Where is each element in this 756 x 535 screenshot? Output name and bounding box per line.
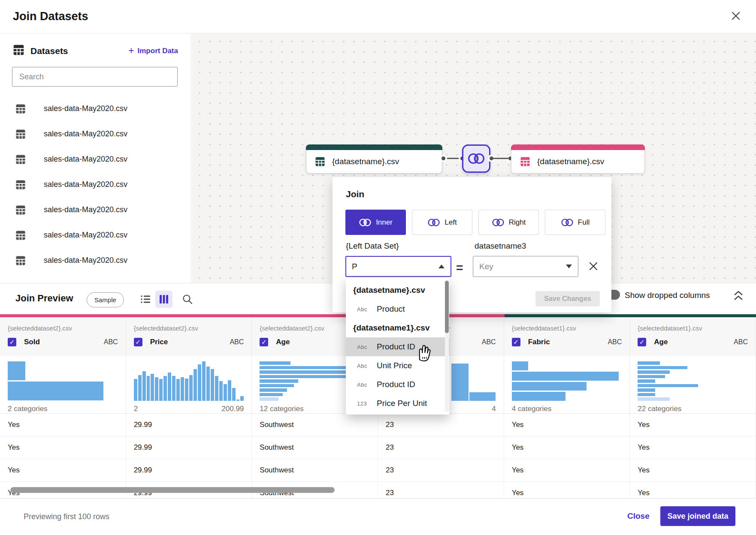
collapse-preview-icon[interactable]	[733, 289, 744, 304]
histogram-bar	[260, 393, 283, 397]
column-name: Age	[276, 338, 290, 346]
join-config-node[interactable]	[462, 144, 490, 173]
histogram-bar	[181, 377, 184, 401]
histogram-bar	[260, 384, 294, 388]
sample-badge: Sample	[87, 292, 124, 307]
histogram-caption-right: 4	[492, 405, 496, 413]
table-icon	[15, 180, 26, 190]
dataset-name: sales-data-May2020.csv	[44, 180, 127, 189]
column-checkbox[interactable]: ✓	[134, 338, 142, 346]
table-icon	[15, 129, 26, 139]
column-checkbox[interactable]: ✓	[638, 338, 646, 346]
column-dataset-label: {selecteddataset1}.csv	[512, 325, 622, 332]
histogram-bar	[176, 379, 180, 401]
venn-icon	[492, 218, 505, 227]
dropdown-group-header: {datasetname}.csv	[346, 281, 449, 300]
histogram-bar	[211, 369, 214, 401]
close-button[interactable]: Close	[627, 511, 650, 521]
column-checkbox[interactable]: ✓	[260, 338, 268, 346]
histogram-bar	[512, 361, 528, 370]
histogram-bar	[638, 379, 655, 383]
list-view-icon[interactable]	[140, 294, 151, 305]
field-type-icon: 123	[357, 400, 377, 407]
table-cell: Yes	[504, 482, 630, 498]
join-type-inner-button[interactable]: Inner	[345, 210, 406, 235]
venn-icon	[427, 218, 440, 227]
close-icon[interactable]	[730, 10, 741, 21]
dataset-list-item[interactable]: sales-data-May2020.csv	[0, 96, 191, 121]
left-dataset-node[interactable]: {datasetname}.csv	[306, 144, 442, 174]
dataset-list-item[interactable]: sales-data-May2020.csv	[0, 248, 191, 273]
histogram-bar	[142, 371, 146, 401]
dropdown-field-option[interactable]: Abc Product ID	[346, 337, 449, 356]
column-type-label: ABC	[608, 338, 622, 346]
table-cell: 29.99	[126, 459, 252, 482]
dropdown-field-option[interactable]: Abc Unit Price	[346, 356, 449, 375]
histogram-bar	[260, 361, 290, 365]
horizontal-scrollbar[interactable]	[10, 487, 335, 493]
dropdown-field-option[interactable]: Abc Product	[346, 300, 449, 319]
histogram-bar	[638, 388, 655, 392]
search-input[interactable]	[12, 67, 178, 87]
table-row: Yes29.99Southwest23YesYes	[0, 436, 756, 459]
column-histogram: 4 categories	[504, 356, 630, 413]
right-node-label: {datasetname}.csv	[537, 157, 604, 166]
table-cell: Yes	[630, 482, 756, 498]
dropdown-field-option[interactable]: Abc Product ID	[346, 375, 449, 394]
table-row: Yes29.99Southwest23YesYes	[0, 459, 756, 482]
histogram-bar	[224, 384, 227, 401]
join-type-full-button[interactable]: Full	[545, 210, 605, 235]
save-changes-button[interactable]: Save Changes	[535, 291, 600, 307]
right-dataset-node[interactable]: {datasetname}.csv	[511, 144, 645, 174]
join-type-group: Inner Left Right Full	[345, 210, 605, 235]
dataset-list-item[interactable]: sales-data-May2020.csv	[0, 121, 191, 147]
join-datasets-dialog: Join Datasets Datasets + Import Data sal…	[0, 0, 756, 535]
teal-dataset-bar	[505, 314, 756, 317]
field-option-label: Product ID	[377, 342, 415, 352]
table-cell: Yes	[504, 436, 630, 459]
table-cell: 29.99	[126, 414, 252, 436]
dropdown-field-option[interactable]: 123 Price Per Unit	[346, 394, 449, 413]
join-type-left-button[interactable]: Left	[412, 210, 472, 235]
dataset-list-item[interactable]: sales-data-May2020.csv	[0, 222, 191, 248]
search-icon[interactable]	[182, 294, 193, 305]
left-node-label: {datasetname}.csv	[332, 157, 399, 166]
dataset-list-item[interactable]: sales-data-May2020.csv	[0, 197, 191, 222]
save-joined-data-button[interactable]: Save joined data	[660, 506, 735, 526]
dropdown-scroll-thumb[interactable]	[445, 281, 449, 333]
column-histogram: 2 200.99	[126, 356, 252, 413]
column-histogram: 2 categories	[0, 356, 126, 413]
column-checkbox[interactable]: ✓	[512, 338, 520, 346]
dataset-list-item[interactable]: sales-data-May2020.csv	[0, 172, 191, 197]
histogram-bar	[134, 379, 137, 401]
left-key-combobox[interactable]	[345, 256, 451, 277]
table-cell: 23	[378, 459, 504, 482]
venn-icon	[359, 218, 372, 227]
join-type-right-button[interactable]: Right	[478, 210, 539, 235]
left-key-input[interactable]	[352, 262, 433, 271]
histogram-bar	[206, 367, 210, 401]
table-row: Yes29.99Southwest23YesYes	[0, 414, 756, 436]
datasets-grid-icon	[13, 44, 24, 57]
datasets-sidebar: Datasets + Import Data sales-data-May202…	[0, 34, 191, 283]
remove-join-clause-icon[interactable]	[587, 260, 599, 272]
page-title: Join Datasets	[13, 10, 88, 23]
key-dropdown-list: {datasetname}.csvAbc Product{datasetname…	[346, 278, 449, 415]
caret-up-icon	[438, 264, 445, 268]
column-view-icon[interactable]	[155, 291, 172, 308]
column-checkbox[interactable]: ✓	[8, 338, 16, 346]
column-type-label: ABC	[230, 338, 244, 346]
table-icon	[520, 156, 530, 167]
table-cell: Southwest	[252, 414, 378, 436]
right-key-select[interactable]: Key	[473, 256, 578, 277]
table-icon	[15, 230, 26, 240]
histogram-bar	[219, 381, 223, 401]
histogram-bar	[185, 379, 188, 401]
column-header: {selecteddataset2}.csv ✓ Price ABC	[126, 317, 252, 356]
dialog-header: Join Datasets	[0, 0, 756, 33]
import-data-button[interactable]: + Import Data	[128, 46, 178, 56]
field-option-label: Unit Price	[377, 361, 412, 370]
histogram-bar	[512, 372, 619, 381]
dataset-list-item[interactable]: sales-data-May2020.csv	[0, 147, 191, 172]
histogram-bar	[638, 375, 665, 379]
